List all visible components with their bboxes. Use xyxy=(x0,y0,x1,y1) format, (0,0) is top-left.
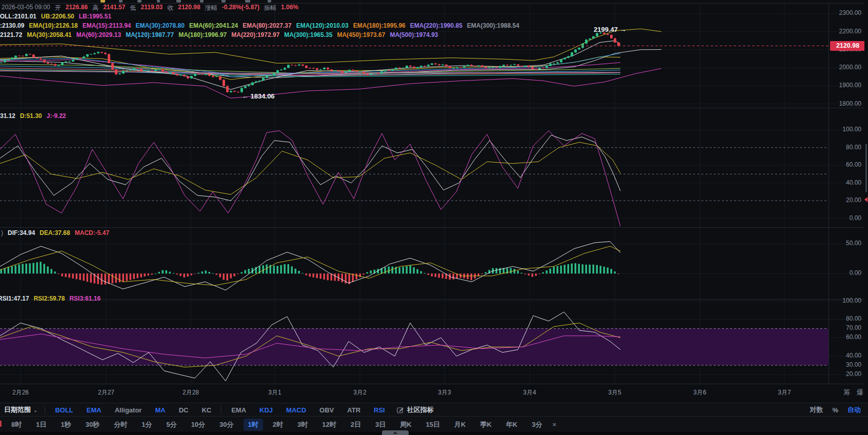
ohlc-row-token: 低 xyxy=(130,4,136,12)
rsi-row-token: RSI1:47.17 xyxy=(0,295,29,302)
timeframe-5分[interactable]: 5分 xyxy=(162,419,181,431)
percent-scale-button[interactable]: % xyxy=(832,406,838,414)
timeframe-10分[interactable]: 10分 xyxy=(187,419,210,431)
indicator-alligator[interactable]: Alligator xyxy=(108,406,149,414)
timeframe-分时[interactable]: 分时 xyxy=(109,419,132,431)
pane-divider-kdj-macd[interactable] xyxy=(0,227,868,228)
indicator-boll[interactable]: BOLL xyxy=(48,406,79,414)
ema-row-token: EMA(120):2010.03 xyxy=(296,22,349,29)
pane-divider-macd-rsi[interactable] xyxy=(0,299,868,300)
clipped-timeframe-item xyxy=(0,421,2,427)
indicator-ema[interactable]: EMA xyxy=(80,406,108,414)
log-scale-button[interactable]: 对数 xyxy=(810,405,823,414)
timeframe-2时[interactable]: 2时 xyxy=(268,419,288,431)
rsi-axis-label: 20.00 xyxy=(820,370,861,378)
ema-row-token: EMA(30):2078.80 xyxy=(135,22,184,29)
community-indicators-button[interactable]: 社区指标 xyxy=(392,405,439,414)
timeframe-3时[interactable]: 3时 xyxy=(293,419,312,431)
date-tick-label: 3月1 xyxy=(257,388,293,397)
boll-row-token: LB:1995.51 xyxy=(79,13,111,20)
chevron-up-icon xyxy=(393,431,398,434)
ema-row-token: EMA(15):2113.94 xyxy=(83,22,131,29)
ema-row-token: EMA(10):2126.18 xyxy=(29,22,77,29)
kdj-row-token: J:-9.22 xyxy=(47,112,66,120)
ohlc-row-token: 振幅 xyxy=(264,4,276,12)
collapse-panel-handle[interactable] xyxy=(382,430,409,435)
rsi-band xyxy=(0,328,829,365)
kdj-axis-label: 20.00 xyxy=(820,196,861,204)
kdj-row-token: D:51.30 xyxy=(20,112,42,120)
ma-row-token: MA(180):1996.97 xyxy=(178,31,227,38)
sub-indicator-rsi[interactable]: RSI xyxy=(367,406,392,414)
ohlc-row-token: 2126.86 xyxy=(66,4,88,12)
chips-button[interactable]: 筹 xyxy=(843,388,850,397)
timeframe-1日[interactable]: 1日 xyxy=(31,419,51,431)
pane-divider-rsi-dates xyxy=(0,384,868,384)
timeframe-季K[interactable]: 季K xyxy=(475,419,496,431)
ohlc-row-token: 2119.03 xyxy=(141,4,163,12)
indicator-kc[interactable]: KC xyxy=(195,406,218,414)
auto-scale-button[interactable]: 自动 xyxy=(847,405,861,414)
clipped-top-toolbar-fragment xyxy=(100,0,105,3)
rsi-axis-label: 30.00 xyxy=(820,361,861,368)
timeframe-30分[interactable]: 30分 xyxy=(215,419,238,431)
ma-row-token: MA(120):1987.77 xyxy=(126,31,174,38)
kdj-line-J xyxy=(0,131,620,226)
sub-indicator-list: EMAKDJMACDOBVATRRSI xyxy=(225,406,392,414)
timeframe-1时[interactable]: 1时 xyxy=(244,419,263,431)
clipped-top-toolbar-fragment xyxy=(137,0,142,3)
ema-row-token: EMA(220):1990.85 xyxy=(410,22,462,29)
timeframe-bar: 8时1日1秒30秒分时1分5分10分30分1时2时3时12时2日3日周K15日月… xyxy=(0,416,868,432)
sub-indicator-obv[interactable]: OBV xyxy=(313,406,340,414)
macd-row-token: ) xyxy=(1,229,3,236)
chevron-down-icon: ⌄ xyxy=(33,407,37,413)
ema-row-token: EMA(300):1988.54 xyxy=(467,22,519,29)
date-tick-label: 3月3 xyxy=(427,388,462,397)
pane-divider-main-kdj[interactable] xyxy=(0,108,868,108)
timeframe-1秒[interactable]: 1秒 xyxy=(56,419,75,431)
timeframe-周K[interactable]: 周K xyxy=(395,419,416,431)
ohlc-row-token: -0.28%(-5.87) xyxy=(222,4,259,12)
right-scroll-strip xyxy=(864,0,868,403)
boll-row: BOLL:2101.01UB:2206.50LB:1995.51 xyxy=(0,13,111,20)
chart-canvas[interactable] xyxy=(0,0,868,403)
community-indicators-label: 社区指标 xyxy=(407,405,434,414)
timeframe-15日[interactable]: 15日 xyxy=(421,419,445,431)
sub-indicator-kdj[interactable]: KDJ xyxy=(253,406,279,414)
kdj-axis-label: 80.00 xyxy=(820,144,861,151)
indicator-dc[interactable]: DC xyxy=(172,406,195,414)
date-range-menu[interactable]: 日期范围 ⌄ xyxy=(0,405,42,414)
ma-row-token: MA(30):2058.41 xyxy=(27,31,71,38)
timeframe-1分[interactable]: 1分 xyxy=(137,419,156,431)
indicator-ma[interactable]: MA xyxy=(148,406,172,414)
sub-indicator-ema[interactable]: EMA xyxy=(225,406,253,414)
ohlc-row-token: 1.06% xyxy=(281,4,298,12)
timeframe-3日[interactable]: 3日 xyxy=(371,419,390,431)
timeframe-2日[interactable]: 2日 xyxy=(346,419,366,431)
rsi-axis-label: 80.00 xyxy=(820,315,861,322)
timeframe-3分[interactable]: 3分 xyxy=(527,419,547,431)
ohlc-row-token: 2141.57 xyxy=(103,4,125,12)
sub-indicator-atr[interactable]: ATR xyxy=(340,406,367,414)
trading-chart-app: 2026-03-05 09:00开2126.86高2141.57低2119.03… xyxy=(0,0,868,435)
liquidation-button[interactable]: 爆 xyxy=(857,388,863,397)
date-tick-label: 3月4 xyxy=(512,388,548,397)
timeframe-年K[interactable]: 年K xyxy=(501,419,522,431)
main-axis-label: 2300.00 xyxy=(820,9,861,16)
date-range-label: 日期范围 xyxy=(4,405,31,414)
timeframe-月K[interactable]: 月K xyxy=(450,419,470,431)
boll-row-token: BOLL:2101.01 xyxy=(0,13,36,20)
ma-row: 2121.72MA(30):2058.41MA(60):2029.13MA(12… xyxy=(0,31,438,38)
timeframe-12时[interactable]: 12时 xyxy=(317,419,340,431)
kdj-axis-label: 60.00 xyxy=(820,161,861,168)
ema-row-token: :2130.09 xyxy=(0,22,24,29)
ohlc-row-token: 高 xyxy=(92,4,98,12)
corner-buttons: 筹 爆 xyxy=(843,388,863,397)
timeframe-8时[interactable]: 8时 xyxy=(7,419,26,431)
rsi-axis-label: 40.00 xyxy=(820,352,861,359)
ma-row-token: MA(220):1972.97 xyxy=(231,31,279,38)
scrollbar-thumb[interactable] xyxy=(865,144,867,192)
remove-timeframe-button[interactable]: × xyxy=(549,421,559,428)
sub-indicator-macd[interactable]: MACD xyxy=(279,406,313,414)
timeframe-30秒[interactable]: 30秒 xyxy=(81,419,104,431)
